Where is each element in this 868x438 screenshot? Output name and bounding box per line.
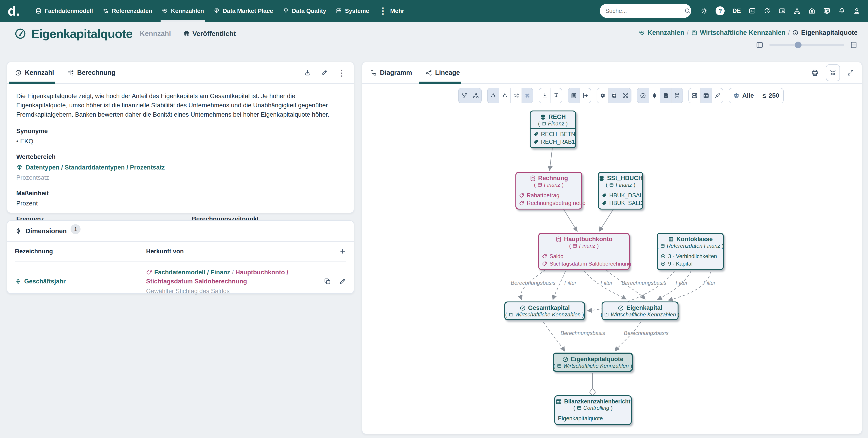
dimensionen-panel: Dimensionen 1 Bezeichnung Herkunft von G… <box>7 221 354 294</box>
fit-to-screen-button[interactable] <box>826 64 840 81</box>
dimension-name-cell[interactable]: Geschäftsjahr <box>15 278 146 285</box>
toolbar-kennzahl-filter-button[interactable] <box>637 88 649 103</box>
toolbar-box-plus-button[interactable] <box>608 88 620 103</box>
toolbar-branch-up-button[interactable] <box>459 88 470 103</box>
breadcrumb-current: Eigenkapitalquote <box>801 29 858 36</box>
sitemap-icon[interactable] <box>794 7 801 14</box>
nav-item-fachdatenmodell[interactable]: Fachdatenmodell <box>31 0 98 22</box>
edit-pencil-icon[interactable] <box>321 69 328 76</box>
toolbar-details-button[interactable] <box>568 88 580 103</box>
wishbone-icon <box>502 93 508 99</box>
search-input[interactable] <box>605 7 681 15</box>
toolbar-annotate-button[interactable] <box>712 88 723 103</box>
radio-dot-icon <box>660 254 666 259</box>
toolbar-table-filter-button[interactable] <box>700 88 712 103</box>
home-user-icon[interactable] <box>808 7 815 14</box>
nav-item-referenzdaten[interactable]: Referenzdaten <box>98 0 157 22</box>
terminal-icon[interactable] <box>749 7 756 14</box>
lineage-node-eigenkapitalquote[interactable]: Eigenkapitalquote (Wirtschaftliche Kennz… <box>553 352 633 372</box>
page-title: Eigenkapitalquote <box>31 27 132 41</box>
toolbar-fan-button[interactable] <box>522 88 533 103</box>
database-filled-icon <box>598 175 605 181</box>
origin-model-link[interactable]: Fachdatenmodell / Finanz <box>154 269 230 276</box>
tag-icon <box>519 193 524 198</box>
toolbar-exit-right-button[interactable] <box>580 88 591 103</box>
app-logo[interactable]: d. <box>8 4 20 18</box>
bell-icon[interactable] <box>838 7 845 14</box>
lineage-canvas[interactable]: Berechnungsbasis Filter Filter Berechnun… <box>362 84 862 434</box>
synonym-item: • EKQ <box>16 138 344 145</box>
toolbar-merge-button[interactable] <box>488 88 499 103</box>
gauge-icon <box>640 93 646 99</box>
lineage-node-gesamtkapital[interactable]: Gesamtkapital (Wirtschaftliche Kennzahle… <box>504 302 585 320</box>
table-icon <box>555 399 562 405</box>
toolbar-db-outline-filter-button[interactable] <box>671 88 683 103</box>
collection-box-icon <box>572 243 578 248</box>
lineage-node-bilanzkennzahlenbericht[interactable]: Bilanzkennzahlenbericht (Controlling) Ei… <box>554 395 632 425</box>
toolbar-open-box-button[interactable] <box>597 88 608 103</box>
print-icon[interactable] <box>811 69 819 77</box>
lineage-node-eigenkapital[interactable]: Eigenkapital (Wirtschaftliche Kennzahlen… <box>601 302 679 320</box>
theme-sun-icon[interactable] <box>701 7 708 14</box>
collection-box-icon <box>537 182 542 188</box>
tab-kennzahl[interactable]: Kennzahl <box>15 62 54 83</box>
tag-icon <box>542 254 547 259</box>
search-icon[interactable] <box>684 7 691 14</box>
toolbar-focus-button[interactable] <box>620 88 631 103</box>
nav-item-data-quality[interactable]: Data Quality <box>278 0 331 22</box>
download-icon[interactable] <box>304 69 311 76</box>
edge-label: Filter <box>703 280 715 286</box>
lineage-node-sst-hbuch[interactable]: SSt_HBUCH (Finanz) HBUK_DSAL HBUK_SALD <box>598 172 643 209</box>
screen-icon[interactable] <box>778 7 786 14</box>
masseinheit-label: Maßeinheit <box>16 190 344 197</box>
lineage-node-hauptbuchkonto[interactable]: Hauptbuchkonto (Finanz) Saldo Stichtagsd… <box>538 233 630 270</box>
lineage-node-rech[interactable]: RECH (Finanz) RECH_BETN RECH_RAB1 <box>530 110 576 148</box>
kpi-description: Die Eigenkapitalquote zeigt, wie hoch de… <box>16 91 344 119</box>
toolbar-split-button[interactable] <box>499 88 510 103</box>
panel-rows-icon[interactable] <box>850 41 858 49</box>
arrow-down-line-icon <box>541 93 548 99</box>
user-avatar-icon[interactable] <box>853 7 860 14</box>
status-badge[interactable]: Veröffentlicht <box>183 30 236 37</box>
tab-berechnung[interactable]: Berechnung <box>67 62 115 83</box>
copy-icon[interactable] <box>324 278 331 285</box>
expand-icon[interactable] <box>847 69 854 76</box>
lineage-node-rechnung[interactable]: Rechnung (Finanz) Rabattbetrag Rechnungs… <box>516 172 582 209</box>
more-menu-icon[interactable]: ⋮ <box>337 68 346 77</box>
nav-item-systeme[interactable]: Systeme <box>331 0 374 22</box>
screen-share-icon[interactable] <box>823 7 831 14</box>
toolbar-dimension-filter-button[interactable] <box>649 88 660 103</box>
toolbar-branch-down-button[interactable] <box>470 88 481 103</box>
toolbar-systems-filter-button[interactable] <box>689 88 700 103</box>
heart-pulse-icon <box>162 8 168 14</box>
toolbar-download-bottom-button[interactable] <box>539 88 551 103</box>
tab-diagramm[interactable]: Diagramm <box>370 62 412 83</box>
toolbar-limit-button[interactable]: ≤ 250 <box>758 88 783 103</box>
slider-knob[interactable] <box>795 42 802 48</box>
add-dimension-icon[interactable] <box>339 248 346 255</box>
lineage-node-kontoklasse[interactable]: Kontoklasse (Referenzdaten Finanz) 3 - V… <box>657 233 724 270</box>
edge-label: Berechnungsbasis <box>624 330 668 336</box>
toolbar-alle-button[interactable]: Alle <box>729 88 758 103</box>
tag-filled-icon <box>601 200 607 206</box>
nav-item-data-market-place[interactable]: Data Market Place <box>209 0 278 22</box>
help-icon[interactable]: ? <box>716 6 724 15</box>
nav-item-kennzahlen[interactable]: Kennzahlen <box>157 0 209 22</box>
panel-columns-icon[interactable] <box>756 41 764 49</box>
masseinheit-value: Prozent <box>16 200 344 207</box>
toolbar-shuffle-button[interactable] <box>510 88 522 103</box>
dimension-table-row[interactable]: Geschäftsjahr Fachdatenmodell / Finanz /… <box>7 262 354 302</box>
history-icon[interactable] <box>764 7 771 14</box>
toolbar-download-top-button[interactable] <box>551 88 562 103</box>
arrow-down-bar-icon <box>553 93 560 99</box>
wertebereich-link[interactable]: Datentypen / Standarddatentypen / Prozen… <box>16 164 344 171</box>
tab-lineage[interactable]: Lineage <box>425 62 460 83</box>
language-selector[interactable]: DE <box>732 7 741 14</box>
nav-item-mehr[interactable]: ⋮Mehr <box>374 0 409 22</box>
breadcrumb-wirtschaftliche-kennzahlen[interactable]: Wirtschaftliche Kennzahlen <box>700 29 785 36</box>
breadcrumb-kennzahlen[interactable]: Kennzahlen <box>648 29 684 36</box>
gauge-icon <box>520 305 526 311</box>
edit-pencil-icon[interactable] <box>339 278 346 285</box>
toolbar-db-filled-filter-button[interactable] <box>660 88 671 103</box>
split-ratio-slider[interactable] <box>769 44 844 46</box>
